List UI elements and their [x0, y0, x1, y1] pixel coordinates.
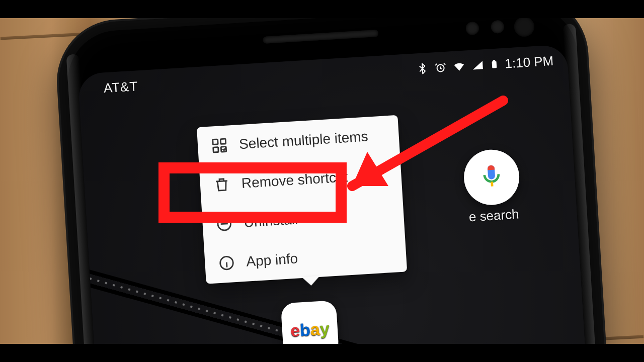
trash-icon: [213, 175, 231, 194]
minus-circle-icon: [215, 215, 233, 233]
voice-search-bubble[interactable]: [462, 148, 521, 207]
info-icon: [218, 254, 236, 272]
frame: AT&T 1: [0, 0, 644, 362]
status-icons: 1:10 PM: [416, 53, 554, 77]
menu-item-label: App info: [246, 250, 298, 269]
ebay-logo: ebay: [290, 320, 330, 339]
menu-item-label: Select multiple items: [238, 129, 368, 153]
menu-item-label: Remove shortcut: [241, 169, 348, 192]
bluetooth-icon: [416, 62, 429, 75]
battery-icon: [490, 57, 500, 71]
alarm-icon: [434, 61, 447, 74]
letterbox: [0, 344, 644, 362]
svg-rect-6: [213, 147, 219, 153]
voice-search-label: e search: [468, 206, 519, 225]
context-menu: Select multiple items Remove shortcut Un…: [197, 115, 407, 284]
letterbox: [0, 0, 644, 18]
wifi-icon: [452, 59, 466, 73]
carrier-label: AT&T: [88, 78, 138, 97]
signal-icon: [471, 59, 484, 71]
grid-icon: [210, 137, 228, 155]
menu-item-label: Uninstall: [244, 211, 298, 230]
clock-label: 1:10 PM: [505, 53, 554, 71]
svg-rect-1: [492, 61, 497, 68]
phone-body: AT&T 1: [55, 0, 638, 362]
svg-rect-4: [213, 139, 218, 145]
mic-icon: [476, 160, 507, 194]
voice-search-widget[interactable]: e search: [462, 148, 522, 225]
phone-screen[interactable]: AT&T 1: [77, 44, 617, 362]
svg-rect-5: [220, 139, 226, 144]
svg-rect-2: [493, 60, 496, 62]
svg-rect-3: [491, 182, 493, 187]
